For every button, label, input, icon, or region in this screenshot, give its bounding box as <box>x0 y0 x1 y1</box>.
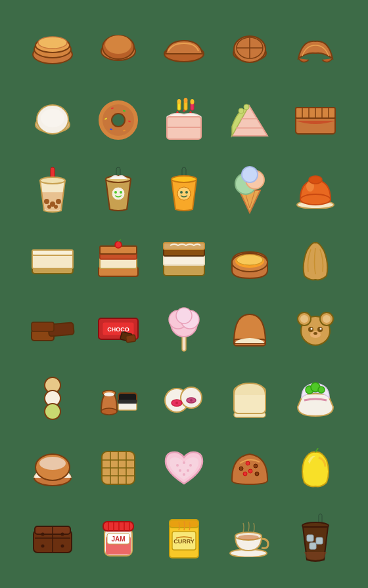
cell-croissant[interactable] <box>283 16 348 85</box>
svg-rect-175 <box>170 520 198 528</box>
svg-point-3 <box>38 37 67 49</box>
mochi-item <box>160 375 208 422</box>
svg-point-52 <box>112 187 125 200</box>
cell-cake-slice[interactable] <box>217 85 283 155</box>
svg-point-154 <box>248 469 252 473</box>
cell-castella[interactable] <box>217 294 283 364</box>
svg-point-135 <box>39 457 66 470</box>
svg-rect-71 <box>32 254 73 268</box>
cell-chocolate-bar[interactable]: CHOCO <box>85 294 151 364</box>
cell-bread[interactable] <box>151 16 217 85</box>
cell-curry-box[interactable]: CURRY <box>151 503 217 572</box>
cream-puff-item <box>29 444 76 492</box>
cell-mochi[interactable] <box>151 364 217 433</box>
cell-layer-cake[interactable] <box>85 224 151 294</box>
cell-raisin-bread[interactable] <box>217 433 283 503</box>
svg-point-153 <box>255 472 259 476</box>
layer-cake-item <box>95 236 142 283</box>
dango-item <box>29 375 76 422</box>
cell-cream-puff[interactable] <box>20 433 85 503</box>
cell-madeleine[interactable] <box>283 224 348 294</box>
cell-bubble-tea[interactable] <box>20 155 85 224</box>
svg-point-161 <box>61 533 64 536</box>
svg-rect-183 <box>307 535 313 541</box>
svg-point-104 <box>300 315 308 323</box>
chocolate-bar-item: CHOCO <box>95 305 142 352</box>
brownie-item <box>29 305 76 352</box>
svg-point-29 <box>184 98 188 103</box>
cell-dango[interactable] <box>20 364 85 433</box>
svg-point-67 <box>300 194 331 205</box>
svg-point-58 <box>180 191 183 194</box>
croissant-item <box>292 27 339 74</box>
cell-pie[interactable] <box>283 85 348 155</box>
cell-pancake[interactable] <box>20 16 85 85</box>
svg-point-18 <box>112 114 125 127</box>
tea-cup-item <box>226 514 273 561</box>
svg-rect-72 <box>32 250 73 255</box>
curry-box-item: CURRY <box>160 514 208 561</box>
svg-point-105 <box>323 315 331 323</box>
cell-bear-cookie[interactable] <box>283 294 348 364</box>
svg-point-65 <box>242 167 258 182</box>
cell-waffle[interactable] <box>85 433 151 503</box>
cell-milk-bread[interactable] <box>217 364 283 433</box>
svg-rect-93 <box>126 335 135 343</box>
cell-tiramisu[interactable] <box>151 224 217 294</box>
cell-orange-drink[interactable] <box>151 155 217 224</box>
heart-macaron-item <box>160 444 208 492</box>
mango-item <box>292 444 339 492</box>
svg-point-50 <box>40 177 65 184</box>
pancake-item <box>29 27 76 74</box>
svg-point-143 <box>176 464 179 467</box>
cell-bun[interactable] <box>85 16 151 85</box>
cell-heart-macaron[interactable] <box>151 433 217 503</box>
svg-point-146 <box>179 469 181 472</box>
orange-drink-item <box>160 166 208 213</box>
cell-shaved-ice[interactable] <box>283 364 348 433</box>
cell-tea-cup[interactable] <box>217 503 283 572</box>
svg-point-148 <box>183 473 185 476</box>
bun-item <box>95 27 142 74</box>
jelly-item <box>292 166 339 213</box>
cell-sushi-inari[interactable] <box>85 364 151 433</box>
cell-jam-jar[interactable]: JAM <box>85 503 151 572</box>
melon-pan-item <box>226 27 273 74</box>
jam-jar-item: JAM <box>95 514 142 561</box>
ice-cream-item <box>226 166 273 213</box>
svg-point-163 <box>61 545 64 548</box>
cell-white-bun[interactable] <box>20 85 85 155</box>
cell-ice-cream[interactable] <box>217 155 283 224</box>
svg-point-116 <box>101 408 117 415</box>
cell-melon-pan[interactable] <box>217 16 283 85</box>
cell-cotton-candy[interactable] <box>151 294 217 364</box>
svg-point-69 <box>309 176 322 184</box>
svg-text:JAM: JAM <box>111 536 125 543</box>
milk-bread-item <box>226 375 273 422</box>
cell-mango[interactable] <box>283 433 348 503</box>
svg-point-149 <box>239 467 243 471</box>
svg-text:CHOCO: CHOCO <box>107 326 129 333</box>
donut-item <box>95 96 142 144</box>
cell-cake[interactable] <box>151 85 217 155</box>
cell-donut[interactable] <box>85 85 151 155</box>
svg-point-59 <box>185 191 188 194</box>
cell-coffee[interactable] <box>85 155 151 224</box>
food-sticker-grid: CHOCO <box>14 10 354 578</box>
svg-rect-185 <box>310 543 316 549</box>
cell-jelly[interactable] <box>283 155 348 224</box>
cell-cheesecake[interactable] <box>20 224 85 294</box>
cell-brownies[interactable] <box>20 503 85 572</box>
svg-rect-121 <box>118 400 137 404</box>
svg-rect-88 <box>32 322 54 331</box>
svg-point-6 <box>105 35 131 54</box>
svg-point-57 <box>177 187 191 200</box>
pie-item <box>292 96 339 144</box>
svg-point-34 <box>244 104 249 110</box>
cell-brownie[interactable] <box>20 294 85 364</box>
svg-point-111 <box>313 332 317 335</box>
cell-iced-coffee[interactable] <box>283 503 348 572</box>
svg-point-98 <box>176 308 192 324</box>
cell-tart[interactable] <box>217 224 283 294</box>
cotton-candy-item <box>160 305 208 352</box>
